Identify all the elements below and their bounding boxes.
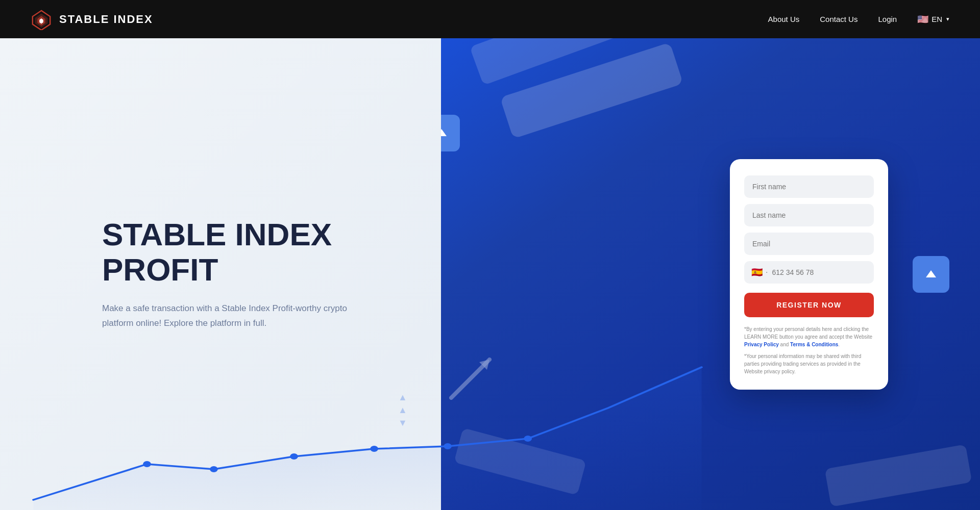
hero-title-line1: STABLE INDEX bbox=[102, 217, 332, 252]
phone-input[interactable] bbox=[772, 261, 867, 284]
terms-link[interactable]: Terms & Conditions bbox=[790, 342, 838, 347]
blue-shape-bottom bbox=[825, 444, 972, 506]
phone-row: 🇪🇸 · bbox=[744, 261, 874, 284]
hero-title: STABLE INDEX PROFIT bbox=[102, 217, 459, 287]
svg-marker-4 bbox=[441, 129, 447, 136]
form-disclaimer-1: *By entering your personal details here … bbox=[744, 325, 874, 348]
logo-icon bbox=[31, 9, 52, 30]
hero-left: STABLE INDEX PROFIT Make a safe transact… bbox=[0, 217, 490, 330]
phone-separator: · bbox=[766, 268, 768, 277]
nav-contact[interactable]: Contact Us bbox=[820, 15, 857, 23]
blue-panel bbox=[441, 38, 980, 510]
nav-login[interactable]: Login bbox=[878, 15, 897, 23]
email-input[interactable] bbox=[744, 233, 874, 255]
svg-marker-5 bbox=[926, 270, 936, 277]
hero-subtitle: Make a safe transaction with a Stable In… bbox=[102, 301, 347, 331]
flag-icon: 🇺🇸 bbox=[917, 14, 928, 25]
brand: STABLE INDEX bbox=[31, 9, 153, 30]
trend-arrow-down: ▼ bbox=[398, 418, 407, 428]
svg-point-10 bbox=[290, 453, 298, 460]
trend-arrow-up: ▲ bbox=[398, 392, 407, 403]
first-name-input[interactable] bbox=[744, 175, 874, 198]
language-label: EN bbox=[932, 15, 942, 23]
svg-point-8 bbox=[143, 461, 151, 467]
arrow-up-icon bbox=[441, 126, 449, 140]
trend-arrow-up-2: ▲ bbox=[398, 405, 407, 416]
hero-title-line2: PROFIT bbox=[102, 252, 218, 287]
arrow-button-top[interactable] bbox=[441, 115, 460, 151]
phone-flag-icon: 🇪🇸 bbox=[751, 267, 763, 278]
chevron-down-icon: ▾ bbox=[946, 16, 949, 22]
arrow-button-right[interactable] bbox=[913, 256, 949, 293]
nav-about[interactable]: About Us bbox=[768, 15, 800, 23]
hero-section: STABLE INDEX PROFIT Make a safe transact… bbox=[0, 38, 980, 510]
form-disclaimer-2: *Your personal information may be shared… bbox=[744, 352, 874, 375]
svg-point-11 bbox=[370, 446, 378, 452]
register-button[interactable]: REGISTER NOW bbox=[744, 293, 874, 317]
arrow-up-icon-right bbox=[924, 267, 938, 282]
privacy-policy-link[interactable]: Privacy Policy bbox=[744, 342, 779, 347]
brand-name: STABLE INDEX bbox=[59, 13, 153, 26]
registration-form: 🇪🇸 · REGISTER NOW *By entering your pers… bbox=[730, 159, 888, 390]
last-name-input[interactable] bbox=[744, 204, 874, 226]
navbar-links: About Us Contact Us Login 🇺🇸 EN ▾ bbox=[768, 14, 949, 25]
blue-shape-top bbox=[500, 42, 683, 139]
navbar: STABLE INDEX About Us Contact Us Login 🇺… bbox=[0, 0, 980, 38]
trend-arrows: ▲ ▲ ▼ bbox=[398, 392, 407, 428]
language-selector[interactable]: 🇺🇸 EN ▾ bbox=[917, 14, 949, 25]
diagonal-arrow-icon bbox=[441, 347, 502, 408]
svg-point-9 bbox=[210, 466, 218, 472]
